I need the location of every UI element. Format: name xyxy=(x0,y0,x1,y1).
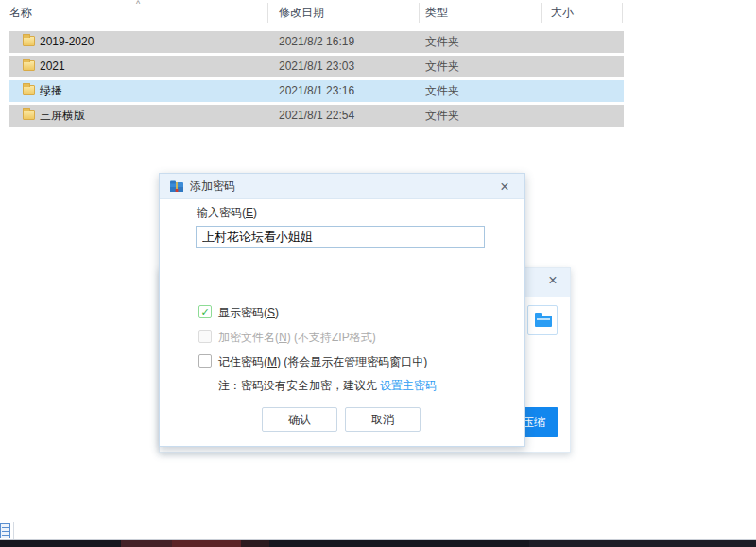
file-modified: 2021/8/1 23:03 xyxy=(279,56,354,77)
checkbox-checked-icon[interactable]: ✓ xyxy=(198,305,212,318)
access-key: E xyxy=(246,206,253,219)
divider xyxy=(13,522,14,539)
set-master-password-link[interactable]: 设置主密码 xyxy=(380,379,437,392)
file-modified: 2021/8/1 23:16 xyxy=(279,80,354,102)
document-list-icon xyxy=(0,523,10,538)
file-name: 2021 xyxy=(40,56,65,77)
file-name: 2019-2020 xyxy=(40,31,94,53)
archive-app-icon xyxy=(169,179,184,194)
access-key: N xyxy=(279,331,287,344)
file-name: 绿播 xyxy=(40,80,62,102)
folder-icon xyxy=(23,85,35,95)
security-note: 注：密码没有安全加密，建议先设置主密码 xyxy=(218,378,437,393)
header-divider xyxy=(0,26,625,26)
close-icon[interactable]: × xyxy=(543,270,562,291)
file-row-2019-2020[interactable]: 2019-2020 2021/8/2 16:19 文件夹 xyxy=(9,31,624,53)
taskbar-strip xyxy=(0,539,756,547)
label-text: ) xyxy=(275,306,279,319)
sort-ascending-indicator: ^ xyxy=(136,0,140,9)
checkbox-disabled-icon xyxy=(198,330,212,343)
file-type: 文件夹 xyxy=(425,56,459,77)
column-header-name[interactable]: 名称 xyxy=(9,0,32,26)
label-text: ) (不支持ZIP格式) xyxy=(287,331,376,344)
folder-icon xyxy=(23,110,35,120)
column-header-size[interactable]: 大小 xyxy=(551,0,574,26)
access-key: M xyxy=(267,355,277,368)
file-type: 文件夹 xyxy=(425,105,459,127)
screen: ^ 名称 修改日期 类型 大小 2019-2020 2021/8/2 16:19… xyxy=(0,0,756,547)
checkbox-label: 显示密码(S) xyxy=(218,305,279,320)
password-label: 输入密码(E) xyxy=(197,205,257,220)
file-row-selected[interactable]: 绿播 2021/8/1 23:16 文件夹 xyxy=(9,80,624,102)
file-row-2021[interactable]: 2021 2021/8/1 23:03 文件夹 xyxy=(9,56,624,77)
cancel-button[interactable]: 取消 xyxy=(345,407,421,432)
access-key: S xyxy=(267,306,275,319)
label-text: 记住密码( xyxy=(218,355,267,368)
archive-format-option[interactable] xyxy=(527,305,558,335)
checkbox-label: 加密文件名(N) (不支持ZIP格式) xyxy=(218,330,376,345)
column-resize-handle[interactable] xyxy=(622,3,623,23)
close-icon[interactable]: × xyxy=(494,176,515,197)
folder-icon xyxy=(23,60,35,71)
file-row-sanping[interactable]: 三屏横版 2021/8/1 22:54 文件夹 xyxy=(9,105,624,127)
confirm-button[interactable]: 确认 xyxy=(262,407,337,432)
password-input[interactable] xyxy=(196,226,485,248)
blue-folder-icon xyxy=(535,316,552,327)
file-modified: 2021/8/1 22:54 xyxy=(279,105,354,127)
checkbox-label: 记住密码(M) (将会显示在管理密码窗口中) xyxy=(218,354,427,369)
column-resize-handle[interactable] xyxy=(419,3,420,23)
dialog-titlebar: 添加密码 × xyxy=(160,174,524,199)
file-modified: 2021/8/2 16:19 xyxy=(279,31,354,53)
folder-icon xyxy=(23,36,35,46)
file-type: 文件夹 xyxy=(425,80,459,102)
column-resize-handle[interactable] xyxy=(541,3,542,23)
label-text: 加密文件名( xyxy=(218,331,279,344)
checkbox-unchecked-icon[interactable] xyxy=(198,354,212,368)
label-text: ) (将会显示在管理密码窗口中) xyxy=(277,355,427,368)
label-text: 输入密码( xyxy=(197,206,246,219)
note-text: 注：密码没有安全加密，建议先 xyxy=(218,379,377,392)
file-name: 三屏横版 xyxy=(40,105,85,127)
column-header-modified[interactable]: 修改日期 xyxy=(279,0,324,26)
label-text: 显示密码( xyxy=(218,306,267,319)
dialog-title: 添加密码 xyxy=(190,174,235,199)
label-text: ) xyxy=(253,206,257,219)
column-resize-handle[interactable] xyxy=(267,3,268,23)
add-password-dialog: 添加密码 × 输入密码(E) ✓ 显示密码(S) 加密文件名(N) (不支持ZI… xyxy=(159,173,525,447)
column-header-type[interactable]: 类型 xyxy=(425,0,448,26)
file-type: 文件夹 xyxy=(425,31,459,53)
